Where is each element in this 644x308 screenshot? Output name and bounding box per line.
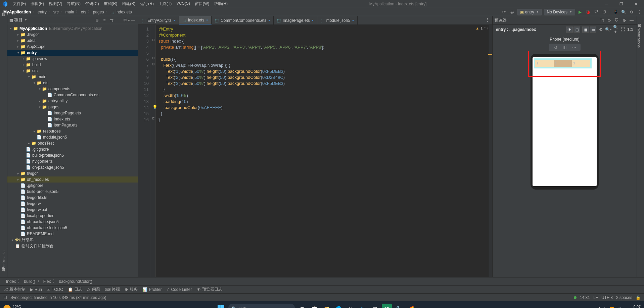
breadcrumb-item[interactable]: ets [81,10,86,14]
editor-tab[interactable]: ⬚CommonComponents.ets● [212,16,274,24]
error-stripe[interactable] [488,25,492,277]
target-icon[interactable]: ◎ [509,9,515,15]
editor-body[interactable]: ▲1 ^v 12345678910111213141516 ⊟ ⊟ ⊟ ⊏ @E… [138,25,492,277]
indent[interactable]: 2 spaces [616,295,632,300]
more-icon[interactable]: ⋮ [637,9,643,15]
tool-window-tab[interactable]: ⚙服务 [125,287,138,292]
inspection-widget[interactable]: ▲1 ^v [475,26,489,30]
bookmarks-tool-tab[interactable]: Bookmarks [2,248,6,272]
tree-item[interactable]: 📄hvigorw.bat [7,207,138,213]
menu-item[interactable]: 编辑(E) [29,0,46,7]
tree-item[interactable]: ▸📁AppScope [7,44,138,50]
settings-icon[interactable]: ⚙▼ [123,18,129,22]
store-icon[interactable]: 🛍 [346,304,356,308]
code-crumb[interactable]: build() [24,279,35,284]
tree-item[interactable]: ▸📁.preview [7,56,138,62]
menu-item[interactable]: 视图(V) [47,0,64,7]
code-content[interactable]: @Entry@Componentstruct Index { private a… [156,25,488,277]
tree-item[interactable]: ▸📁ohosTest [7,140,138,146]
run-config-selector[interactable]: ▣entry▼ [517,9,542,15]
tree-item[interactable]: 📄build-profile.json5 [7,189,138,195]
code-crumb[interactable]: backgroundColor() [59,279,92,284]
layout-toggle[interactable]: ▦▭ [582,27,596,33]
zoom-out-icon[interactable]: 🔍- [605,27,611,32]
more-icon[interactable]: ⋯ [571,45,577,50]
editor-tab[interactable]: ⬚EntryAbility.ts● [138,16,179,24]
settings-icon[interactable]: ⚙ [629,9,635,15]
tree-item[interactable]: ▸📁oh_modules [7,176,138,183]
menu-item[interactable]: 重构(R) [102,0,120,7]
inspect-toggle[interactable]: 👁⬚ [566,27,580,33]
encoding[interactable]: UTF-8 [601,295,613,300]
close-button[interactable]: ✕ [629,2,643,6]
menu-item[interactable]: VCS(S) [174,0,192,7]
menu-item[interactable]: 运行(R) [138,0,156,7]
tree-item[interactable]: ▸📁entryability [7,98,138,104]
maximize-button[interactable]: ❐ [614,2,628,6]
tool-icon[interactable]: 🔧 [394,304,404,308]
tree-item[interactable]: 📄oh-package.json5 [7,164,138,170]
code-crumb[interactable]: Flex [43,279,51,284]
tree-item[interactable]: 📄ItemPage.ets [7,122,138,128]
tree-item[interactable]: 📄oh-package-lock.json5 [7,225,138,231]
menu-item[interactable]: 文件(F) [11,0,28,7]
menu-item[interactable]: 导航(N) [65,0,83,7]
breadcrumb-item[interactable]: src [53,10,59,14]
code-crumb[interactable]: Index [6,279,16,284]
menu-item[interactable]: 构建(B) [120,0,137,7]
tool-window-tab[interactable]: ⎇版本控制 [3,287,26,292]
breadcrumb-item[interactable]: entry [38,10,47,14]
breadcrumb-item[interactable]: pages [93,10,104,14]
tt-icon[interactable]: Tт [599,18,605,23]
chrome-icon[interactable]: 🌈 [406,304,416,308]
previewer-tool-tab[interactable]: 预览器 [637,18,642,23]
start-button[interactable] [216,304,226,308]
tree-item[interactable]: 📄hvigorfile.ts [7,195,138,201]
rotate-icon[interactable]: ⟲ [598,27,604,32]
intention-bulb-icon[interactable]: 💡 [152,105,157,109]
tree-item[interactable]: ▾📁main [7,74,138,80]
weather-widget[interactable]: 12°C雾 [0,305,21,308]
collapse-icon[interactable]: ⇆ [109,18,114,22]
volume-icon[interactable]: 🔊 [617,307,622,308]
hide-icon[interactable]: — [131,18,136,22]
edge-icon[interactable]: 🌐 [333,304,343,308]
breadcrumb-root[interactable]: MyApplication [3,10,31,14]
profile-button[interactable]: ⏱ [601,9,607,15]
coverage-button[interactable]: ⛉ [593,9,599,15]
minimize-button[interactable]: ─ [600,2,613,6]
split-icon[interactable]: ◫ [562,45,568,50]
tree-item[interactable]: ▾📁ets [7,80,138,86]
tray-chevron[interactable]: ^ [599,307,600,308]
db-icon[interactable]: DB [382,304,392,308]
tool-window-tab[interactable]: ⌨终端 [105,287,120,292]
tool-window-tab[interactable]: ▶Run [30,287,42,292]
tree-item[interactable]: ▸📁.hvigor [7,32,138,38]
tool-window-tab[interactable]: ✓Code Linter [166,287,192,292]
project-tool-tab[interactable]: 项目 [1,16,6,21]
tree-item[interactable]: ▾📁components [7,86,138,92]
tool-window-tab[interactable]: ☑TODO [47,287,63,292]
explorer-icon[interactable]: 📁 [321,304,331,308]
tree-item[interactable]: ▾📁src [7,68,138,74]
tree-root[interactable]: ▾📁MyApplicationE:\HarmonyOS\MyApplicatio… [7,25,138,32]
vscode-icon[interactable]: ⟨/⟩ [358,304,368,308]
project-tree[interactable]: ▾📁MyApplicationE:\HarmonyOS\MyApplicatio… [7,24,138,277]
debug-button[interactable]: 🐞 [585,9,591,15]
lock-icon[interactable]: 🔒 [636,295,641,300]
taskbar-search[interactable]: 🔍搜索 [228,304,295,308]
tree-item[interactable]: 📄READEME.md [7,231,138,237]
tabs-more[interactable]: ⋮ [483,16,492,24]
tree-item[interactable]: ▸📁.idea [7,38,138,44]
breadcrumb-item[interactable]: main [65,10,74,14]
menu-item[interactable]: 代码(C) [83,0,101,7]
tree-item[interactable]: 📄local.properties [7,213,138,219]
line-sep[interactable]: LF [593,295,598,300]
ratio-icon[interactable]: 1:1 [627,27,633,32]
tree-item[interactable]: ▾📁entry [7,50,138,56]
structure-tool-tab[interactable]: 结构 [1,272,6,277]
tool-window-tab[interactable]: 👁预览器日志 [197,287,222,292]
zoom-in-icon[interactable]: 🔍+ [612,25,618,34]
tree-item[interactable]: ▾📁pages [7,104,138,110]
task-view-icon[interactable]: ⊞ [297,304,307,308]
